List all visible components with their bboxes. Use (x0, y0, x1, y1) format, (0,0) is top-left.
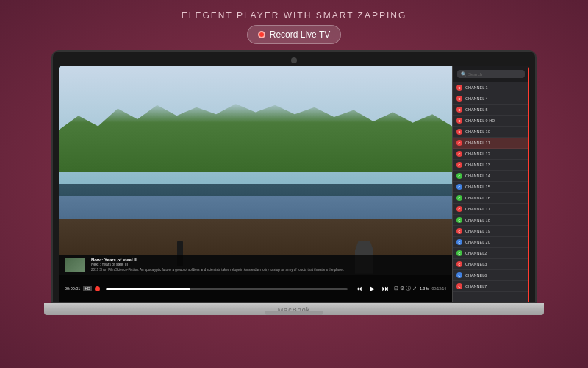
laptop-device: Now : Years of steel III Next : Years of… (44, 50, 544, 315)
channel-item[interactable]: CCHANNEL2 (453, 248, 529, 259)
channel-name-label: CHANNEL 14 (465, 174, 490, 178)
search-placeholder: Search (468, 72, 482, 77)
channel-item[interactable]: CCHANNEL 17 (453, 204, 529, 215)
skip-forward-button[interactable]: ⏭ (380, 284, 391, 293)
channel-color-dot: C (456, 283, 462, 289)
channel-item[interactable]: CCHANNEL 18 (453, 215, 529, 226)
play-button[interactable]: ▶ (368, 284, 377, 293)
progress-bar[interactable] (106, 288, 348, 290)
channel-item[interactable]: CCHANNEL 16 (453, 193, 529, 204)
channel-item[interactable]: CCHANNEL6 (453, 270, 529, 281)
header: ELEGENT PLAYER WITH SMART ZAPPING Record… (182, 0, 407, 44)
video-info-bar: Now : Years of steel III Next : Years of… (59, 255, 452, 275)
info-icon[interactable]: ⓘ (406, 285, 411, 292)
channel-name-label: CHANNEL 11 (465, 141, 490, 145)
channel-item[interactable]: CCHANNEL 10 (453, 127, 529, 138)
channel-name-label: CHANNEL3 (465, 262, 487, 266)
progress-fill (106, 288, 190, 290)
record-live-badge[interactable]: Record Live TV (247, 25, 341, 44)
channel-name-label: CHANNEL 12 (465, 152, 490, 156)
channel-color-dot: C (456, 107, 462, 113)
channel-color-dot: C (456, 250, 462, 256)
channel-item[interactable]: CCHANNEL 20 (453, 237, 529, 248)
channel-color-dot: C (456, 96, 462, 102)
player-controls: 00:00:01 HD ⏮ ▶ ⏭ ⊡ ⚙ ⓘ ⤢ (59, 275, 452, 302)
channel-item[interactable]: CCHANNEL 14 (453, 171, 529, 182)
video-next: Next : Years of steel III (91, 262, 446, 266)
clock-time: 00:13:14 (432, 286, 446, 291)
channel-sidebar: 🔍 Search CCHANNEL 1CCHANNEL 4CCHANNEL 5C… (452, 66, 529, 302)
video-thumbnail (65, 258, 85, 272)
time-elapsed: 00:00:01 (65, 286, 80, 291)
channel-name-label: CHANNEL 9 HD (465, 118, 495, 123)
laptop-screen-bezel: Now : Years of steel III Next : Years of… (51, 50, 537, 303)
app-interface: Now : Years of steel III Next : Years of… (59, 66, 529, 302)
channel-item[interactable]: CCHANNEL 11 (453, 138, 529, 149)
record-dot-icon (258, 31, 265, 38)
record-indicator (95, 286, 100, 291)
channel-color-dot: C (456, 195, 462, 201)
active-channel-indicator (528, 66, 529, 302)
channel-color-dot: C (456, 118, 462, 124)
channel-name-label: CHANNEL 5 (465, 107, 488, 112)
channel-color-dot: C (456, 162, 462, 168)
laptop-screen: Now : Years of steel III Next : Years of… (59, 66, 529, 302)
laptop-camera (291, 57, 297, 63)
channel-color-dot: C (456, 151, 462, 157)
laptop-base: MacBook (44, 303, 544, 315)
channel-item[interactable]: CCHANNEL 12 (453, 149, 529, 160)
channel-item[interactable]: CCHANNEL 13 (453, 160, 529, 171)
channel-color-dot: C (456, 272, 462, 278)
channel-color-dot: C (456, 228, 462, 234)
video-text: Now : Years of steel III Next : Years of… (91, 258, 446, 272)
video-description: 2013 Short Film/Science-Fiction: An apoc… (91, 268, 446, 272)
laptop-hinge (265, 311, 323, 315)
channel-item[interactable]: CCHANNEL 9 HD (453, 116, 529, 127)
hd-label: HD (83, 286, 91, 291)
sidebar-header: 🔍 Search (453, 66, 529, 82)
settings-icon[interactable]: ⚙ (400, 286, 404, 291)
channel-item[interactable]: CCHANNEL3 (453, 259, 529, 270)
channel-name-label: CHANNEL 20 (465, 240, 490, 244)
channel-name-label: CHANNEL 15 (465, 185, 490, 189)
screenshot-icon[interactable]: ⊡ (394, 286, 398, 291)
channel-item[interactable]: CCHANNEL 1 (453, 82, 529, 93)
record-badge-label: Record Live TV (270, 29, 330, 40)
channel-name-label: CHANNEL 1 (465, 85, 488, 90)
channel-name-label: CHANNEL7 (465, 284, 487, 289)
channel-name-label: CHANNEL 4 (465, 96, 488, 101)
channel-name-label: CHANNEL 10 (465, 130, 490, 134)
channel-color-dot: C (456, 206, 462, 212)
skip-back-button[interactable]: ⏮ (354, 284, 365, 293)
channel-name-label: CHANNEL2 (465, 251, 487, 255)
video-player[interactable]: Now : Years of steel III Next : Years of… (59, 66, 452, 302)
channel-item[interactable]: CCHANNEL7 (453, 281, 529, 292)
channel-name-label: CHANNEL 18 (465, 218, 490, 222)
channel-item[interactable]: CCHANNEL 4 (453, 93, 529, 105)
app-tagline: ELEGENT PLAYER WITH SMART ZAPPING (182, 10, 407, 21)
channel-color-dot: C (456, 173, 462, 179)
channel-color-dot: C (456, 184, 462, 190)
channel-name-label: CHANNEL 13 (465, 163, 490, 167)
channel-color-dot: C (456, 239, 462, 245)
right-controls: ⊡ ⚙ ⓘ ⤢ (394, 285, 417, 292)
fullscreen-icon[interactable]: ⤢ (412, 286, 417, 291)
channel-name-label: CHANNEL 16 (465, 196, 490, 200)
channel-name-label: CHANNEL 17 (465, 207, 490, 211)
channel-item[interactable]: CCHANNEL 15 (453, 182, 529, 193)
channel-color-dot: C (456, 140, 462, 146)
search-icon: 🔍 (461, 71, 466, 77)
duration: 1.3 fs (420, 286, 429, 291)
channel-name-label: CHANNEL 19 (465, 229, 490, 233)
channel-color-dot: C (456, 85, 462, 91)
channel-item[interactable]: CCHANNEL 19 (453, 226, 529, 237)
channel-color-dot: C (456, 217, 462, 223)
channel-search[interactable]: 🔍 Search (457, 70, 525, 78)
channel-name-label: CHANNEL6 (465, 273, 487, 277)
channel-color-dot: C (456, 129, 462, 135)
channel-item[interactable]: CCHANNEL 5 (453, 105, 529, 116)
channel-list: CCHANNEL 1CCHANNEL 4CCHANNEL 5CCHANNEL 9… (453, 82, 529, 302)
channel-color-dot: C (456, 261, 462, 267)
